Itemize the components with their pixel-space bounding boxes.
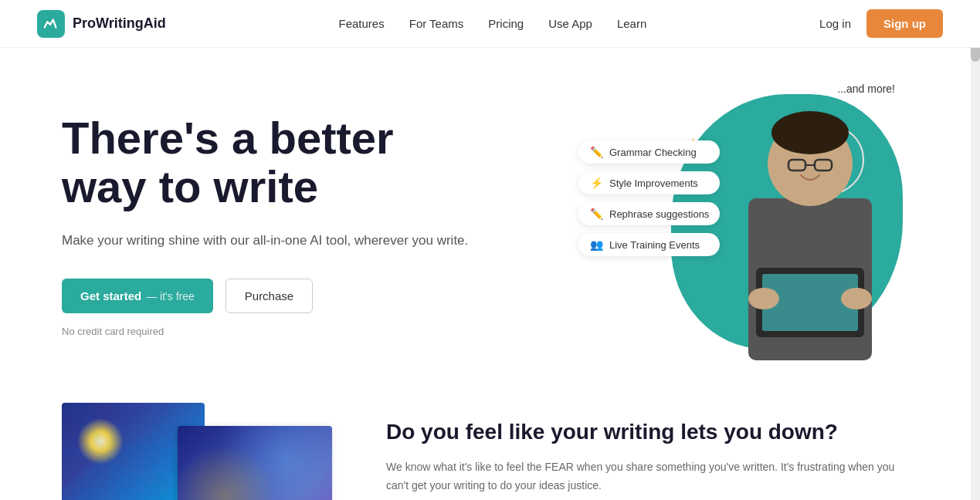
section-2-illustration: My idea in my head bbox=[62, 403, 324, 500]
get-started-button[interactable]: Get started — it's free bbox=[62, 279, 213, 313]
navbar: ProWritingAid Features For Teams Pricing… bbox=[0, 0, 980, 48]
training-icon: 👥 bbox=[589, 238, 603, 252]
signup-button[interactable]: Sign up bbox=[866, 9, 943, 38]
svg-point-9 bbox=[841, 288, 872, 309]
pill-style: ⚡ Style Improvements bbox=[578, 171, 720, 194]
painting-stack: My idea in my head bbox=[62, 403, 324, 500]
brand-logo-icon bbox=[37, 10, 65, 38]
nav-link-use-app[interactable]: Use App bbox=[548, 17, 592, 30]
rephrase-icon: ✏️ bbox=[589, 207, 603, 221]
section-2: My idea in my head Do you feel like your… bbox=[0, 387, 980, 500]
pill-training: 👥 Live Training Events bbox=[578, 233, 720, 256]
nav-links: Features For Teams Pricing Use App Learn bbox=[339, 17, 647, 30]
no-credit-text: No credit card required bbox=[62, 326, 468, 337]
section-2-title: Do you feel like your writing lets you d… bbox=[386, 418, 918, 446]
style-icon: ⚡ bbox=[589, 176, 603, 190]
svg-point-8 bbox=[748, 288, 779, 309]
nav-link-features[interactable]: Features bbox=[339, 17, 385, 30]
hero-title: There's a better way to write bbox=[62, 113, 468, 212]
pill-rephrase: ✏️ Rephrase suggestions bbox=[578, 202, 720, 225]
hero-content: There's a better way to write Make your … bbox=[62, 113, 468, 338]
person-illustration bbox=[725, 98, 895, 360]
svg-point-2 bbox=[771, 111, 849, 154]
and-more-text: ...and more! bbox=[837, 83, 895, 95]
painting-front bbox=[178, 426, 332, 500]
nav-link-pricing[interactable]: Pricing bbox=[488, 17, 524, 30]
section-2-body: We know what it's like to feel the FEAR … bbox=[386, 458, 918, 495]
hero-buttons: Get started — it's free Purchase bbox=[62, 279, 468, 313]
nav-link-for-teams[interactable]: For Teams bbox=[409, 17, 464, 30]
purchase-button[interactable]: Purchase bbox=[226, 279, 313, 313]
brand-name: ProWritingAid bbox=[73, 15, 166, 32]
brand: ProWritingAid bbox=[37, 10, 166, 38]
pill-grammar: ✏️ Grammar Checking bbox=[578, 140, 720, 164]
scrollbar[interactable] bbox=[971, 0, 980, 500]
feature-pills: ✏️ Grammar Checking ⚡ Style Improvements… bbox=[578, 140, 720, 256]
hero-section: There's a better way to write Make your … bbox=[0, 48, 980, 387]
navbar-actions: Log in Sign up bbox=[819, 9, 943, 38]
nav-link-learn[interactable]: Learn bbox=[617, 17, 646, 30]
grammar-icon: ✏️ bbox=[589, 145, 603, 159]
section-2-content: Do you feel like your writing lets you d… bbox=[386, 403, 918, 495]
hero-subtitle: Make your writing shine with our all-in-… bbox=[62, 230, 468, 251]
login-button[interactable]: Log in bbox=[819, 17, 851, 30]
hero-illustration: ...and more! ✦ ✏️ Grammar Checking ⚡ Sty… bbox=[625, 94, 903, 356]
